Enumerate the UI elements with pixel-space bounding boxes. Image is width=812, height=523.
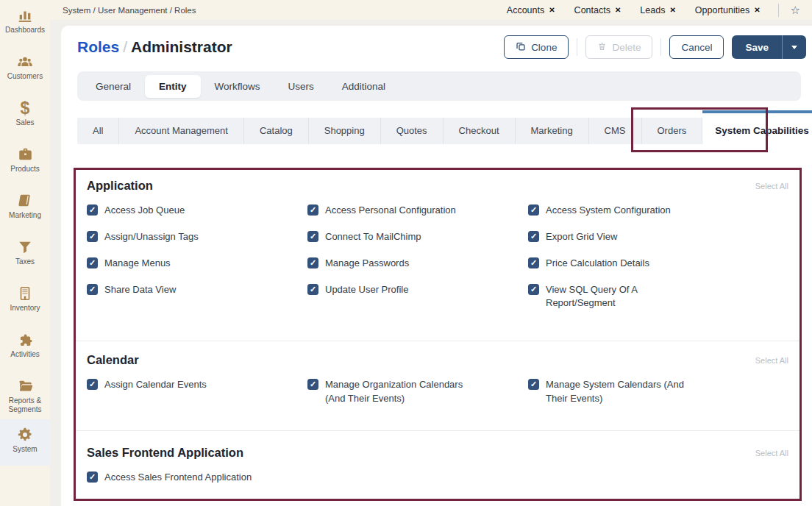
select-all-link[interactable]: Select All bbox=[755, 356, 788, 365]
gear-icon bbox=[17, 426, 33, 443]
close-icon[interactable]: ✕ bbox=[669, 6, 675, 14]
pinned-tab-label: Opportunities bbox=[695, 5, 749, 15]
capability-checkbox[interactable]: ✓Price Calculation Details bbox=[528, 257, 788, 271]
subtab-marketing[interactable]: Marketing bbox=[516, 118, 589, 144]
delete-button[interactable]: Delete bbox=[585, 35, 652, 59]
checkbox-checked-icon: ✓ bbox=[87, 231, 98, 242]
checkbox-checked-icon: ✓ bbox=[87, 257, 98, 268]
tab-additional[interactable]: Additional bbox=[328, 75, 399, 98]
subtab-quotes[interactable]: Quotes bbox=[381, 118, 444, 144]
favorite-star-icon[interactable]: ☆ bbox=[791, 4, 812, 17]
capability-checkbox[interactable]: ✓Connect To MailChimp bbox=[307, 230, 528, 244]
section-header: Sales Frontend Application Select All bbox=[87, 446, 788, 460]
capability-checkbox[interactable]: ✓Share Data View bbox=[87, 283, 307, 311]
pinned-tab-contacts[interactable]: Contacts ✕ bbox=[574, 5, 622, 15]
select-all-link[interactable]: Select All bbox=[755, 449, 788, 458]
cancel-button-label: Cancel bbox=[681, 42, 712, 53]
sidebar-item-products[interactable]: Products bbox=[0, 139, 50, 185]
sidebar-item-label: Activities bbox=[10, 350, 39, 359]
permissions-panel: Application Select All ✓Access Job Queue… bbox=[74, 168, 802, 501]
capability-grid: ✓Access Sales Frontend Application bbox=[87, 471, 788, 485]
sidebar-item-taxes[interactable]: Taxes bbox=[0, 232, 50, 278]
save-button[interactable]: Save bbox=[732, 35, 782, 59]
top-bar-divider bbox=[778, 4, 779, 17]
capability-label: Access Personal Configuration bbox=[325, 204, 456, 218]
sidebar-item-system[interactable]: System bbox=[0, 419, 50, 466]
save-dropdown-button[interactable] bbox=[782, 35, 806, 59]
capability-checkbox[interactable]: ✓Access System Configuration bbox=[528, 204, 788, 218]
breadcrumb[interactable]: System / User Management / Roles bbox=[50, 6, 196, 15]
sidebar-item-label: Dashboards bbox=[5, 26, 45, 35]
subtab-catalog[interactable]: Catalog bbox=[244, 118, 309, 144]
trash-icon bbox=[597, 41, 607, 54]
actions-divider bbox=[577, 38, 577, 56]
checkbox-checked-icon: ✓ bbox=[307, 379, 318, 390]
pinned-tab-accounts[interactable]: Accounts ✕ bbox=[507, 5, 555, 15]
capability-checkbox[interactable]: ✓Access Personal Configuration bbox=[307, 204, 528, 218]
people-icon bbox=[16, 53, 34, 70]
building-icon bbox=[17, 285, 33, 302]
sidebar-item-sales[interactable]: $ Sales bbox=[0, 93, 50, 139]
capability-label: Access System Configuration bbox=[546, 204, 671, 218]
sidebar-item-inventory[interactable]: Inventory bbox=[0, 278, 50, 324]
clone-icon bbox=[516, 41, 526, 54]
capability-label: Price Calculation Details bbox=[546, 257, 649, 271]
close-icon[interactable]: ✕ bbox=[615, 6, 621, 14]
dollar-icon: $ bbox=[21, 99, 30, 116]
capability-label: Access Sales Frontend Application bbox=[104, 471, 252, 485]
capability-checkbox[interactable]: ✓Assign Calendar Events bbox=[87, 378, 307, 406]
capability-label: Export Grid View bbox=[546, 230, 617, 244]
title-current: Administrator bbox=[131, 38, 232, 55]
roles-link[interactable]: Roles bbox=[77, 38, 119, 55]
capability-checkbox[interactable]: ✓Update User Profile bbox=[307, 283, 528, 311]
subtab-orders[interactable]: Orders bbox=[642, 118, 703, 144]
pinned-tab-opportunities[interactable]: Opportunities ✕ bbox=[695, 5, 761, 15]
capability-checkbox[interactable]: ✓View SQL Query Of A Report/Segment bbox=[528, 283, 788, 311]
sidebar-item-reports-segments[interactable]: Reports & Segments bbox=[0, 371, 50, 419]
capability-label: Manage Passwords bbox=[325, 257, 409, 271]
section-sales-frontend: Sales Frontend Application Select All ✓A… bbox=[76, 430, 799, 499]
sidebar-item-activities[interactable]: Activities bbox=[0, 324, 50, 371]
pinned-tab-leads[interactable]: Leads ✕ bbox=[640, 5, 675, 15]
close-icon[interactable]: ✕ bbox=[549, 6, 555, 14]
bar-chart-icon bbox=[17, 7, 33, 24]
subtab-shopping[interactable]: Shopping bbox=[309, 118, 381, 144]
subtab-account-management[interactable]: Account Management bbox=[119, 118, 243, 144]
capability-checkbox[interactable]: ✓Manage Menus bbox=[87, 257, 307, 271]
select-all-link[interactable]: Select All bbox=[755, 182, 788, 191]
subtab-system-capabilities[interactable]: System Capabilities bbox=[702, 110, 812, 147]
close-icon[interactable]: ✕ bbox=[754, 6, 760, 14]
top-bar: System / User Management / Roles Account… bbox=[50, 0, 812, 20]
clone-button[interactable]: Clone bbox=[504, 35, 569, 59]
subtab-cms[interactable]: CMS bbox=[589, 118, 642, 144]
tab-general[interactable]: General bbox=[82, 75, 145, 98]
capability-checkbox[interactable]: ✓Export Grid View bbox=[528, 230, 788, 244]
content-card: Roles/Administrator Clone Delete Cancel … bbox=[61, 26, 812, 506]
subtab-all[interactable]: All bbox=[77, 118, 119, 144]
tab-users[interactable]: Users bbox=[274, 75, 328, 98]
capability-checkbox[interactable]: ✓Assign/Unassign Tags bbox=[87, 230, 307, 244]
capability-checkbox[interactable]: ✓Manage Passwords bbox=[307, 257, 528, 271]
cancel-button[interactable]: Cancel bbox=[669, 35, 724, 59]
section-application: Application Select All ✓Access Job Queue… bbox=[76, 170, 799, 341]
capability-checkbox[interactable]: ✓Access Job Queue bbox=[87, 204, 307, 218]
delete-button-label: Delete bbox=[612, 42, 641, 53]
main-tabs: General Entity Workflows Users Additiona… bbox=[77, 71, 801, 101]
capability-checkbox[interactable]: ✓Manage System Calendars (And Their Even… bbox=[528, 378, 788, 406]
capability-checkbox[interactable]: ✓Access Sales Frontend Application bbox=[87, 471, 307, 485]
capability-grid: ✓Assign Calendar Events ✓Manage Organiza… bbox=[87, 378, 788, 406]
actions-divider bbox=[660, 38, 661, 56]
checkbox-checked-icon: ✓ bbox=[87, 472, 98, 483]
sidebar-item-marketing[interactable]: Marketing bbox=[0, 185, 50, 232]
checkbox-checked-icon: ✓ bbox=[87, 379, 98, 390]
checkbox-checked-icon: ✓ bbox=[528, 379, 539, 390]
capability-checkbox[interactable]: ✓Manage Organization Calendars (And Thei… bbox=[307, 378, 528, 406]
sidebar-item-dashboards[interactable]: Dashboards bbox=[0, 0, 50, 46]
tab-entity[interactable]: Entity bbox=[145, 75, 201, 98]
sidebar-item-customers[interactable]: Customers bbox=[0, 46, 50, 93]
section-title: Sales Frontend Application bbox=[87, 446, 243, 460]
tab-workflows[interactable]: Workflows bbox=[201, 75, 274, 98]
subtab-checkout[interactable]: Checkout bbox=[444, 118, 516, 144]
checkbox-checked-icon: ✓ bbox=[307, 284, 318, 295]
chevron-down-icon bbox=[791, 46, 797, 49]
